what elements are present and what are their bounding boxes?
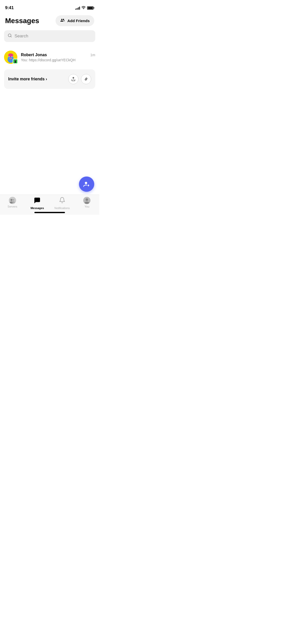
search-icon bbox=[8, 33, 12, 39]
copy-link-button[interactable] bbox=[81, 74, 91, 84]
wifi-icon bbox=[82, 6, 86, 10]
notifications-icon bbox=[59, 197, 65, 206]
message-preview: You: https://discord.gg/ueYECkQH bbox=[21, 58, 95, 62]
signal-icon bbox=[75, 6, 80, 10]
tab-notifications[interactable]: Notifications bbox=[50, 197, 75, 210]
message-header: Robert Jonas 1m bbox=[21, 53, 95, 57]
message-content: Robert Jonas 1m You: https://discord.gg/… bbox=[21, 53, 95, 62]
search-bar[interactable]: Search bbox=[4, 30, 95, 42]
svg-point-6 bbox=[9, 57, 10, 57]
new-message-fab[interactable] bbox=[79, 177, 94, 192]
messages-icon bbox=[34, 197, 41, 206]
page-title: Messages bbox=[5, 17, 39, 25]
svg-point-9 bbox=[85, 182, 87, 184]
search-container: Search bbox=[0, 30, 99, 46]
servers-label: Servers bbox=[8, 205, 17, 208]
you-label: You bbox=[85, 205, 89, 208]
you-avatar-icon bbox=[83, 197, 90, 204]
home-indicator bbox=[34, 212, 65, 213]
invite-banner[interactable]: Invite more friends › bbox=[4, 69, 95, 89]
svg-point-15 bbox=[12, 201, 15, 203]
battery-icon bbox=[87, 6, 94, 10]
servers-icon bbox=[9, 197, 16, 204]
sender-name: Robert Jonas bbox=[21, 53, 47, 57]
add-friends-button[interactable]: Add Friends bbox=[56, 15, 94, 26]
svg-point-17 bbox=[86, 198, 88, 201]
messages-label: Messages bbox=[31, 207, 44, 210]
table-row[interactable]: 📱 Robert Jonas 1m You: https://discord.g… bbox=[4, 48, 95, 66]
notifications-label: Notifications bbox=[55, 207, 70, 210]
add-friends-icon bbox=[60, 18, 65, 24]
invite-text: Invite more friends › bbox=[8, 77, 47, 81]
online-badge: 📱 bbox=[13, 59, 18, 64]
svg-point-13 bbox=[13, 199, 14, 201]
svg-point-12 bbox=[10, 199, 12, 201]
share-button[interactable] bbox=[68, 74, 78, 84]
status-icons bbox=[75, 6, 94, 10]
svg-point-8 bbox=[10, 58, 12, 59]
svg-point-7 bbox=[12, 57, 12, 57]
tab-you[interactable]: You bbox=[75, 197, 100, 210]
message-list: 📱 Robert Jonas 1m You: https://discord.g… bbox=[0, 46, 99, 66]
search-placeholder: Search bbox=[15, 34, 28, 39]
header: Messages Add Friends bbox=[0, 12, 99, 30]
tab-messages[interactable]: Messages bbox=[25, 197, 50, 210]
add-friends-label: Add Friends bbox=[67, 19, 90, 23]
avatar-wrapper: 📱 bbox=[4, 51, 17, 64]
status-time: 9:41 bbox=[5, 5, 14, 10]
phone-badge-icon: 📱 bbox=[14, 60, 17, 63]
invite-actions bbox=[68, 74, 91, 84]
tab-servers[interactable]: Servers bbox=[0, 197, 25, 210]
svg-point-3 bbox=[8, 53, 13, 57]
message-time: 1m bbox=[90, 53, 95, 57]
status-bar: 9:41 bbox=[0, 0, 99, 12]
